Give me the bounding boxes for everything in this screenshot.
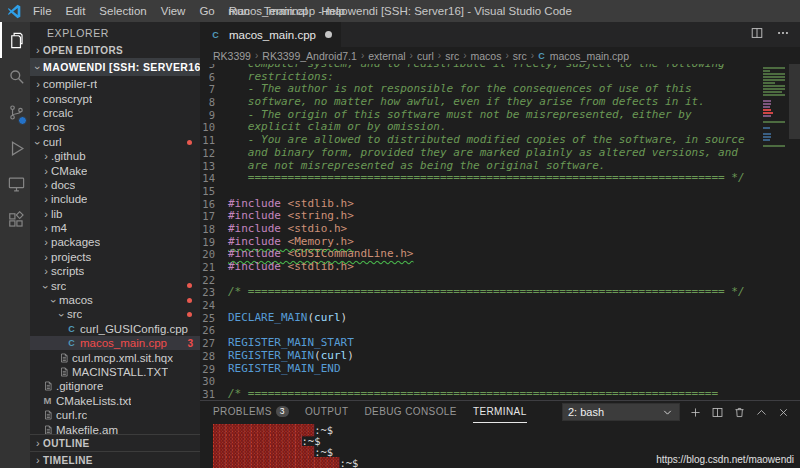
editor-scrollbar[interactable] (789, 64, 800, 139)
more-actions-icon[interactable] (776, 26, 790, 43)
tree-item-label: curl (43, 136, 62, 148)
breadcrumb-item[interactable]: RK3399_Android7.1 (262, 50, 357, 62)
code-line[interactable]: 25DECLARE_MAIN(curl) (200, 312, 800, 325)
close-panel-icon[interactable] (777, 406, 790, 419)
minimap-line (763, 142, 765, 144)
extensions-icon[interactable] (0, 202, 30, 238)
breadcrumb-item[interactable]: src (513, 50, 527, 62)
terminal-shell-select[interactable]: 2: bash (562, 403, 680, 421)
search-icon[interactable] (0, 58, 30, 94)
tree-item-macinstall-txt[interactable]: MACINSTALL.TXT (30, 365, 200, 379)
modified-dot-icon[interactable] (325, 31, 332, 38)
tree-item-macos[interactable]: ›macos (30, 293, 200, 307)
tree-item-scripts[interactable]: ›scripts (30, 264, 200, 278)
chevron-right-icon: › (41, 265, 51, 277)
split-terminal-icon[interactable] (711, 406, 724, 419)
tree-item-label: cros (43, 121, 65, 133)
tree-item-makefile-am[interactable]: Makefile.am (30, 422, 200, 434)
tree-item-curl-rc[interactable]: curl.rc (30, 408, 200, 422)
chevron-down-icon: › (48, 296, 60, 306)
menu-view[interactable]: View (154, 0, 193, 22)
breadcrumb-item[interactable]: external (368, 50, 405, 62)
tree-item-label: curl.rc (56, 409, 87, 421)
panel-tab-debug-console[interactable]: DEBUG CONSOLE (364, 401, 456, 423)
code-line[interactable]: 29REGISTER_MAIN_END (200, 363, 800, 376)
panel-tab-terminal[interactable]: TERMINAL (473, 401, 527, 423)
breadcrumb-item[interactable]: RK3399 (213, 50, 251, 62)
code-line[interactable]: 23/* ===================================… (200, 286, 800, 299)
tree-item-projects[interactable]: ›projects (30, 250, 200, 264)
maximize-panel-icon[interactable] (755, 406, 768, 419)
tree-item--github[interactable]: ›.github (30, 149, 200, 163)
files-icon[interactable] (0, 22, 30, 58)
minimap-line (763, 118, 765, 120)
tree-item-curl-mcp-xml-sit-hqx[interactable]: curl.mcp.xml.sit.hqx (30, 350, 200, 364)
tab-macos-main-cpp[interactable]: C macos_main.cpp (200, 22, 341, 47)
open-editors-section[interactable]: › OPEN EDITORS (30, 42, 200, 58)
tree-item-label: crcalc (43, 107, 73, 119)
line-number: 11 (200, 134, 228, 147)
tree-item-m4[interactable]: ›m4 (30, 221, 200, 235)
breadcrumb-item[interactable]: macos_main.cpp (550, 50, 629, 62)
redacted-prompt-text: ▓▓▓▓▓▓▓▓▓▓▓▓▓▓▓▓▓▓▓▓ (213, 457, 339, 468)
split-editor-icon[interactable] (750, 26, 764, 43)
breadcrumb-item[interactable]: curl (417, 50, 434, 62)
line-number: 22 (200, 274, 228, 287)
tree-item-lib[interactable]: ›lib (30, 207, 200, 221)
menu-edit[interactable]: Edit (59, 0, 93, 22)
panel-tab-problems[interactable]: PROBLEMS3 (213, 401, 289, 423)
chevron-right-icon: › (33, 437, 43, 449)
menu-go[interactable]: Go (192, 0, 221, 22)
minimap[interactable] (761, 66, 787, 148)
minimap-line (763, 139, 770, 141)
tree-item-packages[interactable]: ›packages (30, 235, 200, 249)
line-number: 23 (200, 286, 228, 299)
workspace-root-section[interactable]: › MAOWENDI [SSH: SERVER16] (30, 58, 200, 76)
tree-item-label: src (51, 280, 66, 292)
code-line[interactable]: 21#include <stdlib.h> (200, 261, 800, 274)
menu-selection[interactable]: Selection (92, 0, 153, 22)
tree-item-compiler-rt[interactable]: ›compiler-rt (30, 77, 200, 91)
tree-item-label: CMakeLists.txt (56, 395, 131, 407)
tree-item-curl-gusiconfig-cpp[interactable]: Ccurl_GUSIConfig.cpp (30, 322, 200, 336)
code-text: #include <stdlib.h> (228, 261, 354, 274)
run-debug-icon[interactable] (0, 130, 30, 166)
remote-explorer-icon[interactable] (0, 166, 30, 202)
activity-bar (0, 22, 30, 468)
timeline-section[interactable]: › TIMELINE (30, 451, 200, 468)
tree-item-docs[interactable]: ›docs (30, 178, 200, 192)
file-tree: ›compiler-rt›conscrypt›crcalc›cros›curl›… (30, 76, 200, 434)
cpp-file-icon: C (65, 338, 78, 348)
file-icon (57, 366, 70, 378)
code-editor[interactable]: 5 computer system, and to redistribute i… (200, 64, 800, 400)
tree-item-cros[interactable]: ›cros (30, 120, 200, 134)
tree-item-crcalc[interactable]: ›crcalc (30, 106, 200, 120)
tree-item-conscrypt[interactable]: ›conscrypt (30, 91, 200, 105)
tree-item-cmakelists-txt[interactable]: MCMakeLists.txt (30, 394, 200, 408)
minimap-line (763, 79, 785, 81)
breadcrumb-item[interactable]: src (445, 50, 459, 62)
tree-item--gitignore[interactable]: .gitignore (30, 379, 200, 393)
add-terminal-icon[interactable] (689, 406, 702, 419)
tree-item-cmake[interactable]: ›CMake (30, 163, 200, 177)
code-line[interactable]: 31/* ===================================… (200, 388, 800, 400)
cmake-file-icon: M (41, 395, 54, 406)
chevron-right-icon: › (33, 121, 43, 133)
kill-terminal-icon[interactable] (733, 406, 746, 419)
tree-item-include[interactable]: ›include (30, 192, 200, 206)
panel-tab-label: TERMINAL (473, 406, 527, 417)
breadcrumb-item[interactable]: macos (471, 50, 502, 62)
source-control-icon[interactable] (0, 94, 30, 130)
tree-item-label: m4 (51, 222, 67, 234)
outline-section[interactable]: › OUTLINE (30, 434, 200, 451)
menu-file[interactable]: File (26, 0, 59, 22)
tree-item-macos-main-cpp[interactable]: Cmacos_main.cpp3 (30, 336, 200, 350)
code-line[interactable]: 14 =====================================… (200, 172, 800, 185)
tree-item-src[interactable]: ›src (30, 278, 200, 292)
tree-item-curl[interactable]: ›curl (30, 135, 200, 149)
line-number: 9 (200, 109, 228, 122)
chevron-down-icon: › (40, 282, 52, 292)
panel-tab-output[interactable]: OUTPUT (305, 401, 349, 423)
tree-item-src[interactable]: ›src (30, 307, 200, 321)
outline-label: OUTLINE (43, 438, 90, 449)
